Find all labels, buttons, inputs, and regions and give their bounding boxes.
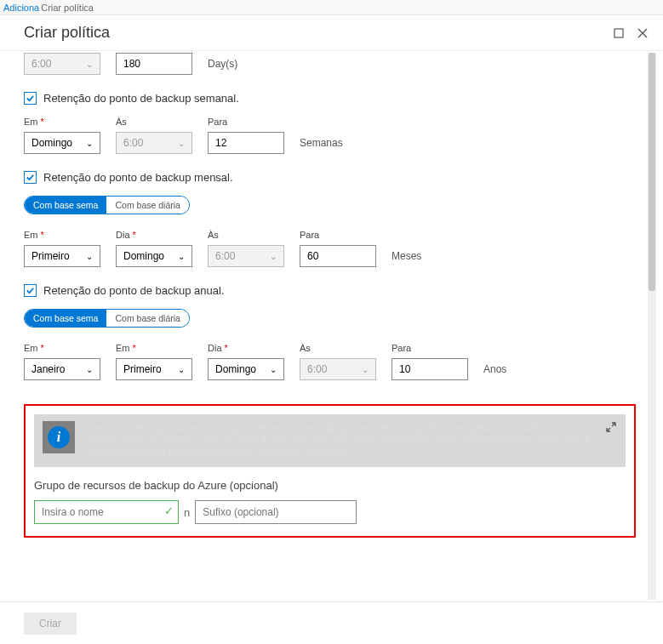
svg-rect-0	[614, 29, 623, 37]
weekly-title: Retenção do ponto de backup semanal.	[43, 92, 239, 105]
breadcrumb-current: Criar política	[41, 3, 94, 13]
yearly-checkbox-row: Retenção do ponto de backup anual.	[24, 284, 636, 297]
weekly-para-input[interactable]	[208, 132, 284, 154]
scrollbar-thumb[interactable]	[649, 53, 655, 291]
monthly-em-label: Em	[24, 230, 100, 240]
footer: Criar	[0, 601, 663, 644]
yearly-basis-toggle[interactable]: Com base sema Com base diária	[24, 309, 190, 328]
yearly-pill-weekly[interactable]: Com base sema	[25, 310, 106, 327]
weekly-em-select[interactable]: Domingo⌄	[24, 132, 100, 154]
daily-days-input[interactable]	[116, 53, 192, 75]
rg-section-label: Grupo de recursos de backup do Azure (op…	[34, 479, 626, 492]
yearly-as-label: Às	[300, 343, 376, 353]
monthly-as-select: 6:00⌄	[208, 245, 284, 267]
weekly-para-label: Para	[208, 117, 284, 127]
yearly-checkbox[interactable]	[24, 284, 37, 297]
restore-icon[interactable]	[612, 26, 626, 40]
content-area: 6:00⌄ Day(s) Retenção do ponto de backup…	[0, 51, 643, 601]
monthly-as-label: Às	[208, 230, 284, 240]
rg-suffix-input[interactable]	[195, 500, 357, 524]
yearly-em-label: Em	[24, 343, 100, 353]
yearly-em2-label: Em	[116, 343, 192, 353]
monthly-checkbox[interactable]	[24, 171, 37, 184]
rg-name-input[interactable]	[34, 500, 179, 524]
expand-icon[interactable]	[605, 421, 617, 436]
monthly-basis-toggle[interactable]: Com base sema Com base diária	[24, 196, 190, 214]
monthly-title: Retenção do ponto de backup mensal.	[43, 171, 233, 184]
info-icon: i	[43, 421, 75, 453]
info-banner: i O serviço de Backup do Azure cria um g…	[34, 414, 626, 467]
weekly-as-select: 6:00⌄	[116, 132, 192, 154]
yearly-title: Retenção do ponto de backup anual.	[43, 284, 225, 297]
monthly-pill-daily[interactable]: Com base diária	[106, 197, 188, 214]
breadcrumb-prev[interactable]: Adiciona	[3, 3, 39, 13]
monthly-para-input[interactable]	[300, 245, 376, 267]
yearly-pill-daily[interactable]: Com base diária	[106, 310, 188, 327]
create-button[interactable]: Criar	[24, 613, 77, 635]
monthly-dia-label: Dia	[116, 230, 192, 240]
monthly-unit-label: Meses	[392, 250, 421, 267]
yearly-dia-select[interactable]: Domingo⌄	[208, 358, 284, 380]
daily-time-select: 6:00⌄	[24, 53, 100, 75]
weekly-em-label: Em	[24, 117, 100, 127]
monthly-dia-select[interactable]: Domingo⌄	[116, 245, 192, 267]
page-title: Criar política	[24, 24, 602, 42]
rg-separator: n	[184, 506, 190, 519]
weekly-unit-label: Semanas	[300, 137, 343, 154]
monthly-pill-weekly[interactable]: Com base sema	[25, 197, 106, 214]
yearly-em2-select[interactable]: Primeiro⌄	[116, 358, 192, 380]
yearly-dia-label: Dia	[208, 343, 284, 353]
blade-header: Criar política	[0, 15, 663, 51]
close-icon[interactable]	[636, 26, 649, 40]
scrollbar[interactable]	[648, 53, 656, 600]
breadcrumb: Adiciona Criar política	[0, 0, 663, 15]
daily-unit-label: Day(s)	[208, 58, 237, 75]
resource-group-section: i O serviço de Backup do Azure cria um g…	[24, 404, 636, 538]
yearly-as-select: 6:00⌄	[300, 358, 376, 380]
weekly-as-label: Às	[116, 117, 192, 127]
yearly-para-label: Para	[392, 343, 468, 353]
yearly-unit-label: Anos	[483, 363, 506, 380]
monthly-checkbox-row: Retenção do ponto de backup mensal.	[24, 171, 636, 184]
monthly-em-select[interactable]: Primeiro⌄	[24, 245, 100, 267]
yearly-para-input[interactable]	[392, 358, 468, 380]
info-text: O serviço de Backup do Azure cria um gru…	[75, 421, 617, 460]
weekly-checkbox-row: Retenção do ponto de backup semanal.	[24, 92, 636, 105]
monthly-para-label: Para	[300, 230, 376, 240]
yearly-em-select[interactable]: Janeiro⌄	[24, 358, 100, 380]
weekly-checkbox[interactable]	[24, 92, 37, 105]
